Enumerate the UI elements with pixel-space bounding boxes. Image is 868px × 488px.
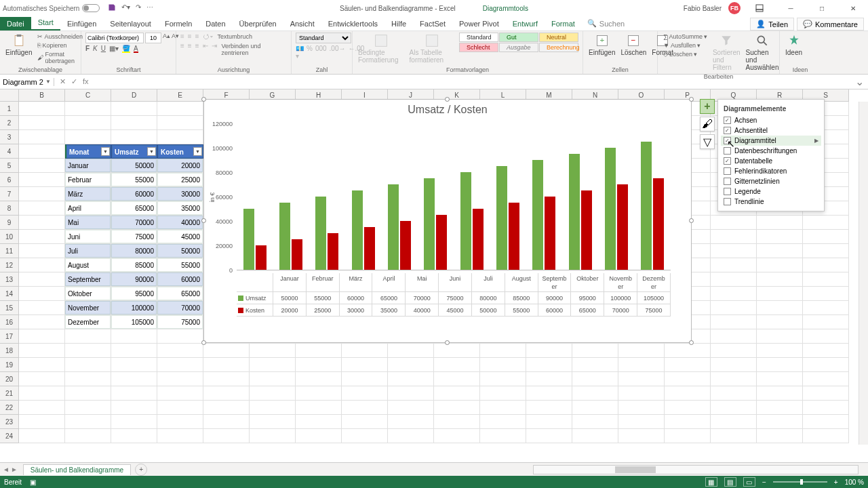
fill-color-button[interactable]: 🪣 bbox=[122, 45, 130, 52]
cell[interactable] bbox=[157, 372, 203, 386]
row-header[interactable]: 1 bbox=[0, 102, 19, 116]
cell[interactable] bbox=[19, 358, 65, 372]
cell[interactable] bbox=[757, 344, 803, 358]
cell[interactable] bbox=[203, 429, 250, 443]
cell[interactable] bbox=[157, 116, 203, 130]
tab-hilfe[interactable]: Hilfe bbox=[384, 17, 413, 30]
cell[interactable] bbox=[342, 401, 388, 415]
cell[interactable]: 70000 bbox=[111, 216, 157, 230]
cell[interactable]: November bbox=[65, 301, 111, 315]
cell[interactable] bbox=[618, 372, 665, 386]
cell[interactable] bbox=[434, 429, 480, 443]
cell-style-gut[interactable]: Gut bbox=[499, 33, 538, 42]
cell[interactable] bbox=[19, 344, 65, 358]
legend-entry[interactable]: Umsatz bbox=[237, 292, 273, 304]
cell[interactable] bbox=[711, 315, 757, 329]
cell[interactable] bbox=[250, 386, 296, 401]
cell[interactable] bbox=[803, 358, 849, 372]
indent-dec-icon[interactable]: ⇤ bbox=[203, 42, 208, 57]
cell[interactable] bbox=[111, 116, 157, 130]
bar-group[interactable] bbox=[526, 124, 562, 270]
cell[interactable] bbox=[711, 301, 757, 315]
chart-element-option[interactable]: Trendlinie bbox=[721, 197, 821, 207]
cell[interactable] bbox=[111, 401, 157, 415]
share-button[interactable]: 👤Teilen bbox=[750, 18, 794, 30]
align-bot-icon[interactable]: ≡ bbox=[195, 33, 199, 41]
chart-styles-button[interactable]: 🖌 bbox=[700, 117, 715, 131]
search-box[interactable]: 🔍 Suchen bbox=[582, 16, 630, 30]
cell[interactable] bbox=[803, 344, 849, 358]
cell[interactable] bbox=[572, 429, 618, 443]
bar[interactable] bbox=[436, 215, 447, 270]
number-format-select[interactable]: Standard bbox=[296, 33, 351, 43]
checkbox[interactable]: ✓ bbox=[724, 127, 731, 134]
cell[interactable]: 45000 bbox=[157, 230, 203, 244]
cell[interactable] bbox=[111, 415, 157, 429]
cell[interactable] bbox=[757, 244, 803, 258]
cell[interactable] bbox=[342, 386, 388, 401]
cell[interactable] bbox=[65, 429, 111, 443]
bar[interactable] bbox=[581, 190, 592, 270]
add-sheet-button[interactable]: + bbox=[135, 464, 147, 476]
cell[interactable] bbox=[296, 386, 342, 401]
cell-style-ausgabe[interactable]: Ausgabe bbox=[499, 43, 538, 52]
dec-inc-icon[interactable]: .00→ bbox=[330, 45, 346, 60]
cell[interactable] bbox=[296, 429, 342, 443]
checkbox[interactable] bbox=[724, 147, 731, 155]
chevron-right-icon[interactable]: ▶ bbox=[814, 138, 818, 144]
row-header[interactable]: 8 bbox=[0, 201, 19, 216]
cell[interactable] bbox=[250, 344, 296, 358]
cell[interactable] bbox=[526, 358, 572, 372]
cell[interactable] bbox=[434, 386, 480, 401]
cell[interactable] bbox=[19, 258, 65, 272]
cell[interactable] bbox=[711, 216, 757, 230]
align-mid-icon[interactable]: ≡ bbox=[188, 33, 192, 41]
insert-cells-button[interactable]: +Einfügen bbox=[587, 33, 616, 58]
cell[interactable]: Dezember bbox=[65, 315, 111, 329]
fill-button[interactable]: ▼ Ausfüllen ▾ bbox=[662, 41, 709, 49]
cell[interactable] bbox=[711, 401, 757, 415]
cell[interactable] bbox=[618, 429, 665, 443]
cell[interactable] bbox=[65, 372, 111, 386]
filter-dropdown-icon[interactable]: ▼ bbox=[101, 147, 110, 156]
column-header[interactable]: D bbox=[111, 89, 157, 102]
cell[interactable] bbox=[480, 358, 526, 372]
cell[interactable] bbox=[711, 244, 757, 258]
cell[interactable] bbox=[388, 401, 434, 415]
cell[interactable] bbox=[203, 401, 250, 415]
format-painter-button[interactable]: 🖌 Format übertragen bbox=[36, 50, 84, 65]
cell[interactable]: Juli bbox=[65, 244, 111, 258]
cell[interactable] bbox=[157, 386, 203, 401]
cell[interactable] bbox=[711, 272, 757, 287]
cell[interactable] bbox=[203, 372, 250, 386]
legend-entry[interactable]: Kosten bbox=[237, 304, 273, 316]
sheet-tab[interactable]: Säulen- und Balkendiagramme bbox=[23, 464, 131, 475]
bar[interactable] bbox=[460, 172, 471, 270]
cell[interactable] bbox=[296, 401, 342, 415]
cell[interactable] bbox=[803, 230, 849, 244]
cell[interactable]: Umsatz▼ bbox=[111, 144, 157, 159]
cell-style-neutral[interactable]: Neutral bbox=[539, 33, 578, 42]
cell[interactable] bbox=[19, 230, 65, 244]
bar[interactable] bbox=[315, 197, 326, 270]
cell[interactable]: Monat▼ bbox=[65, 144, 111, 159]
cell[interactable] bbox=[711, 329, 757, 344]
cell[interactable]: 40000 bbox=[157, 216, 203, 230]
cell[interactable] bbox=[65, 358, 111, 372]
cell[interactable] bbox=[157, 130, 203, 144]
zoom-in-icon[interactable]: + bbox=[834, 479, 838, 486]
user-name[interactable]: Fabio Basler bbox=[684, 5, 722, 12]
tab-ansicht[interactable]: Ansicht bbox=[283, 17, 321, 30]
cell[interactable] bbox=[250, 415, 296, 429]
bar-group[interactable] bbox=[237, 124, 273, 270]
comments-button[interactable]: 💬Kommentare bbox=[797, 18, 864, 30]
cell[interactable] bbox=[757, 401, 803, 415]
row-header[interactable]: 20 bbox=[0, 372, 19, 386]
qat-customize-icon[interactable]: ⋯ bbox=[146, 3, 153, 13]
cell[interactable] bbox=[342, 429, 388, 443]
cell[interactable] bbox=[480, 344, 526, 358]
bar[interactable] bbox=[496, 166, 507, 270]
bar[interactable] bbox=[509, 203, 519, 270]
cell[interactable] bbox=[618, 415, 665, 429]
cell[interactable]: Kosten▼ bbox=[157, 144, 203, 159]
